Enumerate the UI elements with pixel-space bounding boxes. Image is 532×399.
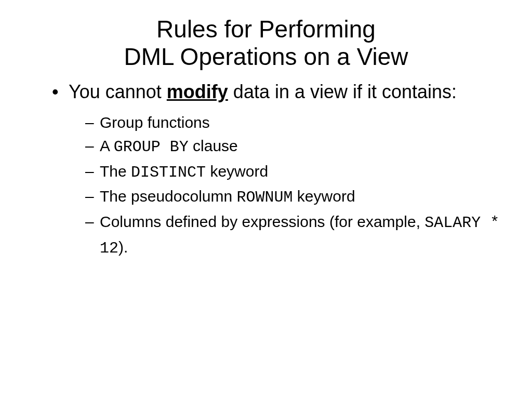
- sub-prefix: Columns defined by expressions (for exam…: [100, 213, 424, 230]
- main-text-prefix: You cannot: [69, 81, 167, 102]
- sub-suffix: keyword: [206, 163, 268, 180]
- sub-item-group-functions: Group functions: [85, 111, 501, 135]
- sub-item-rownum: The pseudocolumn ROWNUM keyword: [85, 184, 501, 210]
- sub-item-distinct: The DISTINCT keyword: [85, 159, 501, 185]
- sub-code: ROWNUM: [237, 189, 293, 206]
- sub-prefix: The: [100, 163, 131, 180]
- main-text-emphasis: modify: [167, 81, 228, 102]
- sub-suffix: keyword: [293, 188, 355, 205]
- sub-text: Group functions: [100, 114, 210, 131]
- main-bullet-list: You cannot modify data in a view if it c…: [31, 80, 501, 260]
- title-line-2: DML Operations on a View: [124, 43, 408, 70]
- main-bullet-item: You cannot modify data in a view if it c…: [52, 80, 501, 260]
- sub-suffix: ).: [118, 238, 128, 256]
- sub-prefix: The pseudocolumn: [100, 188, 237, 205]
- slide-title: Rules for Performing DML Operations on a…: [31, 16, 501, 71]
- main-text-suffix: data in a view if it contains:: [228, 81, 457, 102]
- sub-code: DISTINCT: [131, 164, 206, 181]
- sub-code: GROUP BY: [114, 138, 189, 156]
- sub-suffix: clause: [189, 137, 238, 154]
- sub-prefix: A: [100, 137, 114, 154]
- title-line-1: Rules for Performing: [156, 16, 376, 43]
- sub-bullet-list: Group functions A GROUP BY clause The DI…: [69, 111, 501, 261]
- sub-item-expressions: Columns defined by expressions (for exam…: [85, 210, 501, 260]
- sub-item-group-by: A GROUP BY clause: [85, 134, 501, 159]
